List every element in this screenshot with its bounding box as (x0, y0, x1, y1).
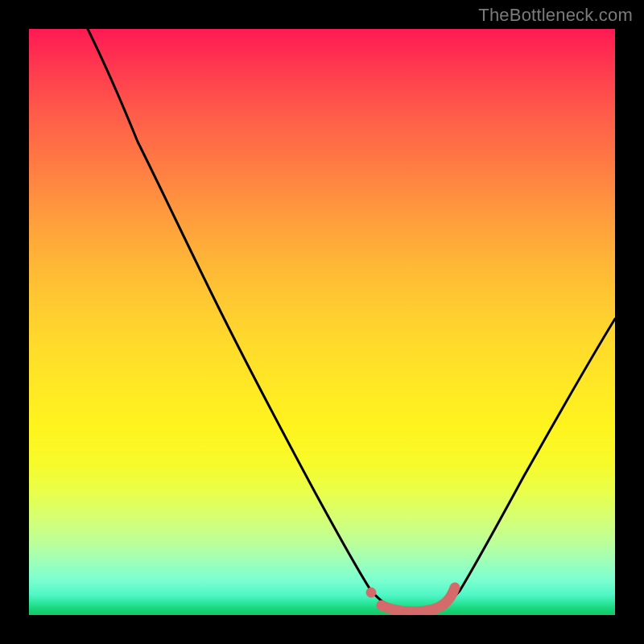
chart-frame: TheBottleneck.com (0, 0, 644, 644)
curve-layer (29, 29, 615, 615)
watermark-text: TheBottleneck.com (478, 5, 633, 26)
plot-area (29, 29, 615, 615)
bottleneck-curve-line (88, 29, 615, 611)
svg-point-0 (366, 588, 376, 597)
